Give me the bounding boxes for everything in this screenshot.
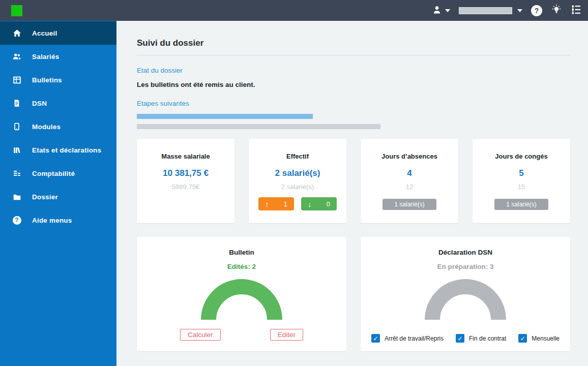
sidebar-item-label: Comptabilité [32, 170, 75, 177]
page-title: Suivi du dossier [137, 38, 570, 48]
bulletin-title: Bulletin [137, 249, 346, 256]
sidebar-item-label: Etats et déclarations [32, 146, 101, 154]
card-effectif: Effectif 2 salarié(s) 2 salarié(s) ↑ 1 ↓… [249, 139, 346, 223]
checkbox-label: Mensuelle [532, 335, 560, 342]
sidebar-item-label: DSN [32, 100, 47, 107]
help-button[interactable]: ? [531, 5, 542, 16]
arrow-down-icon: ↓ [308, 200, 312, 208]
calculer-button[interactable]: Calculer [180, 329, 221, 341]
progress-bar-next [137, 124, 380, 129]
topbar: ? [0, 0, 588, 21]
card-jours-conges: Jours de congés 5 15 1 salarié(s) [473, 139, 570, 223]
stat-value: 10 381,75 € [137, 168, 234, 178]
bulletin-gauge [201, 279, 282, 320]
stat-title: Effectif [249, 152, 346, 160]
people-icon [12, 52, 21, 61]
card-bulletin: Bulletin Edités: 2 Calculer Editer [137, 237, 346, 351]
dsn-status: En préparation: 3 [361, 263, 570, 270]
checkbox-mensuelle: ✓ Mensuelle [518, 334, 560, 343]
checkbox-fin-contrat: ✓ Fin de contrat [456, 334, 506, 343]
sidebar-item-comptabilite[interactable]: Comptabilité [0, 162, 116, 185]
card-declaration-dsn: Déclaration DSN En préparation: 3 ✓ Arrê… [361, 237, 570, 351]
sidebar-item-etats[interactable]: Etats et déclarations [0, 138, 116, 162]
help-circle-icon: ? [12, 216, 21, 225]
sidebar-item-dossier[interactable]: Dossier [0, 185, 116, 208]
folder-icon [12, 193, 21, 201]
salarie-count-badge: 1 salarié(s) [383, 199, 436, 210]
topbar-actions: ? [432, 4, 582, 17]
exits-count: 0 [327, 200, 330, 208]
stat-value: 2 salarié(s) [249, 168, 346, 178]
entries-count: 1 [284, 200, 287, 208]
app-logo[interactable] [11, 5, 22, 16]
sidebar-item-label: Modules [32, 123, 61, 131]
card-masse-salariale: Masse salariale 10 381,75 € 5989,75€ [137, 139, 234, 223]
home-icon [12, 29, 21, 38]
document-icon [12, 99, 21, 107]
etat-du-dossier-label: Etat du dossier [137, 67, 570, 74]
workspace-select[interactable] [459, 7, 522, 14]
grid-icon [12, 76, 21, 84]
menu-list-button[interactable] [571, 4, 582, 17]
etapes-suivantes-label: Etapes suivantes [137, 100, 570, 107]
user-menu[interactable] [432, 5, 450, 16]
bulletin-actions: Calculer Editer [180, 329, 303, 341]
tablet-icon [12, 123, 21, 131]
salarie-count-badge: 1 salarié(s) [494, 199, 548, 210]
question-mark-icon: ? [535, 7, 539, 15]
dsn-gauge [425, 279, 506, 320]
stat-subvalue: 5989,75€ [137, 183, 234, 191]
progress-bar-current [137, 114, 313, 119]
stat-subvalue: 2 salarié(s) [249, 183, 346, 191]
checkbox-checked-icon[interactable]: ✓ [371, 334, 380, 343]
ledger-icon [12, 169, 21, 178]
stat-title: Jours de congés [473, 152, 570, 160]
title-divider [137, 55, 570, 55]
checkbox-checked-icon[interactable]: ✓ [518, 334, 527, 343]
sidebar-item-modules[interactable]: Modules [0, 115, 116, 138]
stat-subvalue: 12 [361, 183, 458, 191]
stat-value: 5 [473, 168, 570, 178]
editer-button[interactable]: Editer [270, 329, 303, 341]
sidebar-item-bulletins[interactable]: Bulletins [0, 68, 116, 92]
sidebar-item-label: Dossier [32, 193, 58, 201]
card-jours-absences: Jours d’absences 4 12 1 salarié(s) [361, 139, 458, 223]
books-icon [12, 146, 21, 155]
stat-title: Jours d’absences [361, 152, 458, 160]
stat-subvalue: 15 [473, 183, 570, 191]
sidebar-item-salaries[interactable]: Salariés [0, 45, 116, 68]
checkbox-checked-icon[interactable]: ✓ [456, 334, 464, 343]
checkbox-arret-travail: ✓ Arrêt de travail/Repris [371, 334, 444, 343]
effectif-badges: ↑ 1 ↓ 0 [249, 197, 346, 210]
caret-down-icon [517, 9, 522, 12]
sidebar-item-label: Salariés [32, 53, 59, 60]
main-content: Suivi du dossier Etat du dossier Les bul… [116, 21, 588, 366]
idea-button[interactable] [551, 4, 562, 17]
sidebar: Accueil Salariés Bulletins DSN Modules [0, 21, 116, 366]
user-icon [432, 5, 442, 16]
checkbox-label: Fin de contrat [469, 335, 506, 342]
sidebar-item-aide[interactable]: ? Aide menus [0, 208, 116, 232]
entries-badge: ↑ 1 [258, 197, 294, 210]
dsn-title: Déclaration DSN [361, 249, 570, 256]
sidebar-item-label: Accueil [32, 29, 57, 37]
arrow-up-icon: ↑ [265, 200, 269, 208]
dsn-filter-row: ✓ Arrêt de travail/Repris ✓ Fin de contr… [371, 334, 560, 343]
workspace-select-value [459, 7, 512, 14]
stat-title: Masse salariale [137, 152, 234, 160]
lightbulb-icon [551, 4, 562, 17]
caret-down-icon [445, 9, 450, 12]
stat-cards-row: Masse salariale 10 381,75 € 5989,75€ Eff… [137, 139, 570, 223]
tree-list-icon [571, 4, 582, 17]
checkbox-label: Arrêt de travail/Repris [385, 335, 444, 342]
stat-value: 4 [361, 168, 458, 178]
sidebar-item-dsn[interactable]: DSN [0, 92, 116, 115]
dossier-status-message: Les bulletins ont été remis au client. [137, 81, 570, 88]
sidebar-item-label: Aide menus [32, 217, 72, 224]
sidebar-item-accueil[interactable]: Accueil [0, 21, 116, 45]
sidebar-item-label: Bulletins [32, 76, 62, 84]
big-cards-row: Bulletin Edités: 2 Calculer Editer Décla… [137, 237, 570, 351]
bulletin-status: Edités: 2 [137, 263, 346, 270]
exits-badge: ↓ 0 [301, 197, 337, 210]
